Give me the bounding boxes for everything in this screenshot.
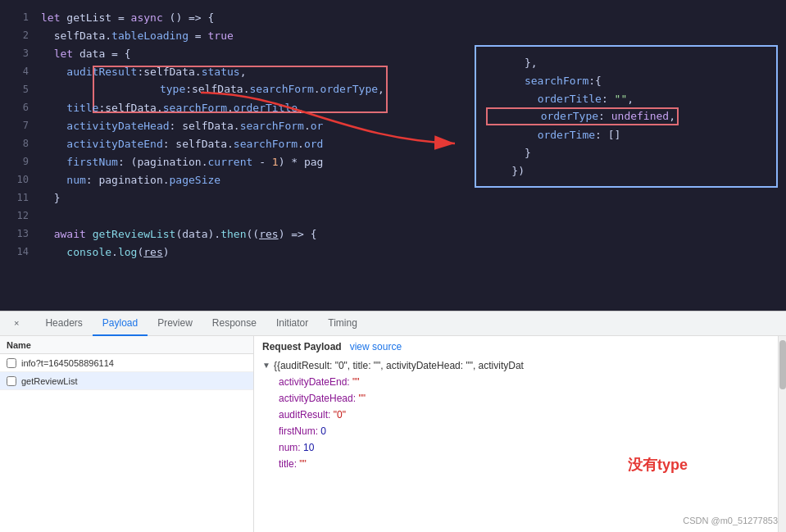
popup-line-3: orderTitle: "", — [486, 89, 766, 107]
tab-close[interactable]: × — [4, 311, 29, 336]
code-line-11: 11 } — [0, 189, 786, 207]
watermark: CSDN @m0_51277853 — [683, 516, 778, 525]
payload-field-title: title: "" — [262, 456, 770, 472]
payload-field-num: num: 10 — [262, 439, 770, 456]
network-item-info[interactable]: info?t=1645058896114 — [0, 354, 253, 372]
devtools-scrollbar[interactable] — [778, 336, 786, 532]
popup-line-1: }, — [486, 53, 766, 71]
code-line-14: 14 console.log(res) — [0, 243, 786, 261]
network-list-header: Name — [0, 336, 253, 354]
tab-preview[interactable]: Preview — [148, 311, 202, 336]
payload-field-activitydatehead: activityDateHead: "" — [262, 390, 770, 407]
code-line-1: 1 let getList = async () => { — [0, 8, 786, 26]
triangle-icon: ▼ — [262, 357, 270, 374]
tab-initiator[interactable]: Initiator — [266, 311, 318, 336]
network-item-checkbox-info[interactable] — [7, 358, 16, 368]
annotation-no-type: 没有type — [628, 455, 688, 475]
payload-field-activitydateend: activityDateEnd: "" — [262, 374, 770, 390]
popup-tooltip: }, searchForm:{ orderTitle: "", orderTyp… — [475, 45, 778, 188]
payload-title-text: Request Payload — [262, 341, 342, 352]
view-source-link[interactable]: view source — [350, 341, 402, 352]
request-panel-title: Request Payload view source — [262, 341, 770, 352]
payload-field-firstnum: firstNum: 0 — [262, 423, 770, 439]
payload-summary-text: {auditResult: "0", title: "", activityDa… — [277, 360, 524, 371]
tab-payload[interactable]: Payload — [93, 311, 148, 336]
popup-line-2: searchForm:{ — [486, 71, 766, 89]
popup-line-6: } — [486, 143, 766, 161]
network-item-checkbox-getreviewlist[interactable] — [7, 376, 16, 386]
tab-headers[interactable]: Headers — [35, 311, 92, 336]
network-item-getreviewlist[interactable]: getReviewList — [0, 372, 253, 390]
devtools-tabs: × Headers Payload Preview Response Initi… — [0, 311, 786, 336]
tab-timing[interactable]: Timing — [318, 311, 367, 336]
code-line-13: 13 await getReviewList(data).then((res) … — [0, 225, 786, 243]
request-payload-panel: Request Payload view source ▼ {{auditRes… — [254, 336, 778, 532]
tab-response[interactable]: Response — [202, 311, 266, 336]
devtools-content: Name info?t=1645058896114 getReviewList … — [0, 336, 786, 532]
popup-line-7: }) — [486, 161, 766, 180]
popup-line-5: orderTime: [] — [486, 125, 766, 143]
code-line-2: 2 selfData.tableLoading = true — [0, 26, 786, 44]
payload-field-auditresult: auditResult: "0" — [262, 407, 770, 423]
devtools-panel: × Headers Payload Preview Response Initi… — [0, 311, 786, 532]
code-line-12: 12 — [0, 207, 786, 225]
popup-line-4: orderType: undefined, — [486, 107, 766, 125]
scrollbar-thumb[interactable] — [779, 340, 786, 389]
payload-summary-line: ▼ {{auditResult: "0", title: "", activit… — [262, 357, 770, 374]
network-list: Name info?t=1645058896114 getReviewList — [0, 336, 254, 532]
payload-tree: ▼ {{auditResult: "0", title: "", activit… — [262, 357, 770, 472]
